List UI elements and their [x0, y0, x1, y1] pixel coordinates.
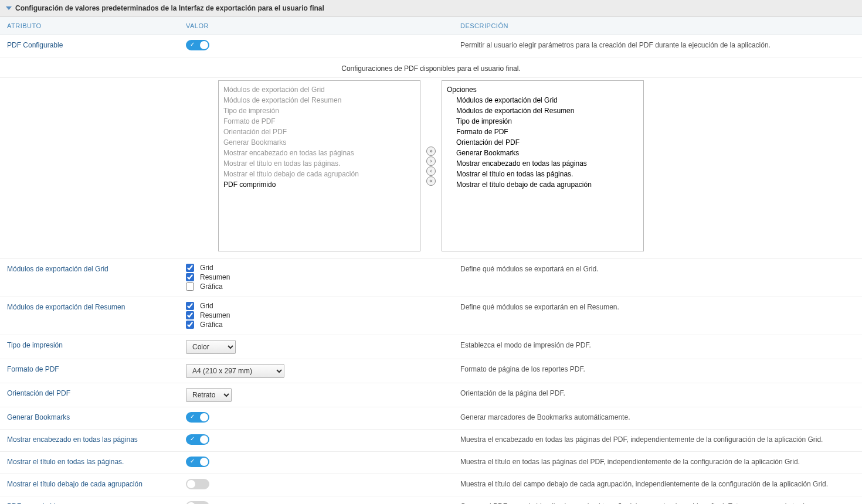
- list-item[interactable]: Formato de PDF: [447, 127, 639, 137]
- toggle-header-all[interactable]: ✓: [186, 434, 209, 445]
- label: Mostrar el título en todas las páginas.: [7, 457, 186, 466]
- print-type-select[interactable]: Color: [186, 340, 236, 354]
- list-item[interactable]: Mostrar el título en todas las páginas.: [223, 158, 415, 169]
- selected-listbox[interactable]: OpcionesMódulos de exportación del GridM…: [442, 80, 644, 251]
- label: Tipo de impresión: [7, 340, 186, 349]
- label: Formato de PDF: [7, 364, 186, 373]
- list-item[interactable]: Generar Bookmarks: [223, 137, 415, 148]
- checkbox-label: Resumen: [200, 273, 230, 281]
- label: Generar Bookmarks: [7, 412, 186, 421]
- checkbox-label: Gráfica: [200, 321, 223, 329]
- checkbox-line: Resumen: [186, 273, 460, 281]
- checkbox[interactable]: [186, 264, 194, 272]
- desc: Muestra el título en todas las páginas d…: [460, 457, 855, 466]
- column-headers: ATRIBUTO VALOR DESCRIPCIÓN: [0, 17, 862, 35]
- list-item[interactable]: Orientación del PDF: [223, 127, 415, 137]
- move-all-left-button[interactable]: «: [426, 176, 436, 186]
- list-item[interactable]: Generar Bookmarks: [447, 148, 639, 158]
- move-left-button[interactable]: ‹: [426, 166, 436, 176]
- label: PDF comprimido: [7, 501, 186, 504]
- row-orientation: Orientación del PDF Retrato Orientación …: [0, 383, 862, 407]
- checkbox[interactable]: [186, 282, 194, 291]
- toggle-title-group[interactable]: ✓: [186, 479, 209, 489]
- checkbox-line: Resumen: [186, 311, 460, 319]
- label: Mostrar encabezado en todas las páginas: [7, 434, 186, 444]
- transfer-arrows: » › ‹ «: [426, 147, 436, 186]
- checkbox-label: Grid: [200, 264, 213, 272]
- desc: Define qué módulos se exportará en el Gr…: [460, 264, 855, 273]
- desc: Orientación de la página del PDF.: [460, 388, 855, 397]
- desc: Define qué módulos se exportarán en el R…: [460, 302, 855, 311]
- list-item[interactable]: Tipo de impresión: [223, 105, 415, 116]
- checkbox-line: Grid: [186, 302, 460, 310]
- label: Mostrar el título debajo de cada agrupac…: [7, 479, 186, 488]
- checkbox-line: Gráfica: [186, 321, 460, 329]
- desc: Genera el PDF comprimido, disminuyendo e…: [460, 501, 855, 504]
- list-item[interactable]: Orientación del PDF: [447, 137, 639, 148]
- checkbox[interactable]: [186, 311, 194, 319]
- row-title-group: Mostrar el título debajo de cada agrupac…: [0, 474, 862, 496]
- row-pdf-configurable: PDF Configurable ✓ Permitir al usuario e…: [0, 35, 862, 57]
- list-item[interactable]: Mostrar el título debajo de cada agrupac…: [447, 179, 639, 190]
- desc: Generar marcadores de Bookmarks automáti…: [460, 412, 855, 421]
- desc: Formato de página de los reportes PDF.: [460, 364, 855, 373]
- checkbox[interactable]: [186, 302, 194, 310]
- move-right-button[interactable]: ›: [426, 156, 436, 166]
- list-item[interactable]: PDF comprimido: [223, 179, 415, 190]
- available-listbox[interactable]: Módulos de exportación del GridMódulos d…: [218, 80, 420, 251]
- checkbox-label: Resumen: [200, 311, 230, 319]
- list-item[interactable]: Mostrar el título debajo de cada agrupac…: [223, 169, 415, 179]
- toggle-pdf-configurable[interactable]: ✓: [186, 40, 209, 50]
- label: Módulos de exportación del Grid: [7, 264, 186, 273]
- row-title-all: Mostrar el título en todas las páginas. …: [0, 452, 862, 474]
- col-desc: DESCRIPCIÓN: [460, 22, 855, 29]
- checkbox[interactable]: [186, 321, 194, 329]
- checkbox-line: Gráfica: [186, 282, 460, 291]
- col-val: VALOR: [186, 22, 460, 29]
- move-all-right-button[interactable]: »: [426, 147, 436, 156]
- desc: Muestra el encabezado en todas las págin…: [460, 434, 855, 444]
- dual-list: Módulos de exportación del GridMódulos d…: [0, 78, 862, 259]
- list-item[interactable]: Formato de PDF: [223, 116, 415, 127]
- list-item[interactable]: Mostrar encabezado en todas las páginas: [447, 158, 639, 169]
- list-item[interactable]: Módulos de exportación del Resumen: [223, 95, 415, 105]
- list-item[interactable]: Módulos de exportación del Grid: [223, 84, 415, 95]
- row-pdf-format: Formato de PDF A4 (210 x 297 mm) Formato…: [0, 359, 862, 383]
- label: Módulos de exportación del Resumen: [7, 302, 186, 311]
- checkbox-label: Gráfica: [200, 282, 223, 291]
- list-item[interactable]: Tipo de impresión: [447, 116, 639, 127]
- list-item[interactable]: Mostrar el título en todas las páginas.: [447, 169, 639, 179]
- panel-title: Configuración de valores predeterminados…: [15, 4, 324, 12]
- checkbox-label: Grid: [200, 302, 213, 310]
- dual-list-subtitle: Configuraciones de PDF disponibles para …: [0, 57, 862, 78]
- row-compressed: PDF comprimido ✓ Genera el PDF comprimid…: [0, 496, 862, 504]
- toggle-title-all[interactable]: ✓: [186, 457, 209, 467]
- checkbox[interactable]: [186, 273, 194, 281]
- collapse-icon: [6, 6, 12, 10]
- label: Orientación del PDF: [7, 388, 186, 397]
- pdf-format-select[interactable]: A4 (210 x 297 mm): [186, 364, 284, 378]
- row-bookmarks: Generar Bookmarks ✓ Generar marcadores d…: [0, 407, 862, 430]
- list-item[interactable]: Mostrar encabezado en todas las páginas: [223, 148, 415, 158]
- desc: Establezca el modo de impresión de PDF.: [460, 340, 855, 349]
- row-grid-modules: Módulos de exportación del Grid GridResu…: [0, 259, 862, 297]
- list-group: Opciones: [447, 84, 639, 95]
- row-header-all: Mostrar encabezado en todas las páginas …: [0, 430, 862, 452]
- col-attr: ATRIBUTO: [7, 22, 186, 29]
- row-summary-modules: Módulos de exportación del Resumen GridR…: [0, 297, 862, 335]
- checkbox-line: Grid: [186, 264, 460, 272]
- label: PDF Configurable: [7, 40, 186, 49]
- row-print-type: Tipo de impresión Color Establezca el mo…: [0, 335, 862, 359]
- toggle-bookmarks[interactable]: ✓: [186, 412, 209, 423]
- desc: Muestra el título del campo debajo de ca…: [460, 479, 855, 488]
- list-item[interactable]: Módulos de exportación del Resumen: [447, 105, 639, 116]
- orientation-select[interactable]: Retrato: [186, 388, 232, 402]
- desc: Permitir al usuario elegir parámetros pa…: [460, 40, 855, 49]
- list-item[interactable]: Módulos de exportación del Grid: [447, 95, 639, 105]
- toggle-compressed[interactable]: ✓: [186, 501, 209, 504]
- panel-header[interactable]: Configuración de valores predeterminados…: [0, 0, 862, 17]
